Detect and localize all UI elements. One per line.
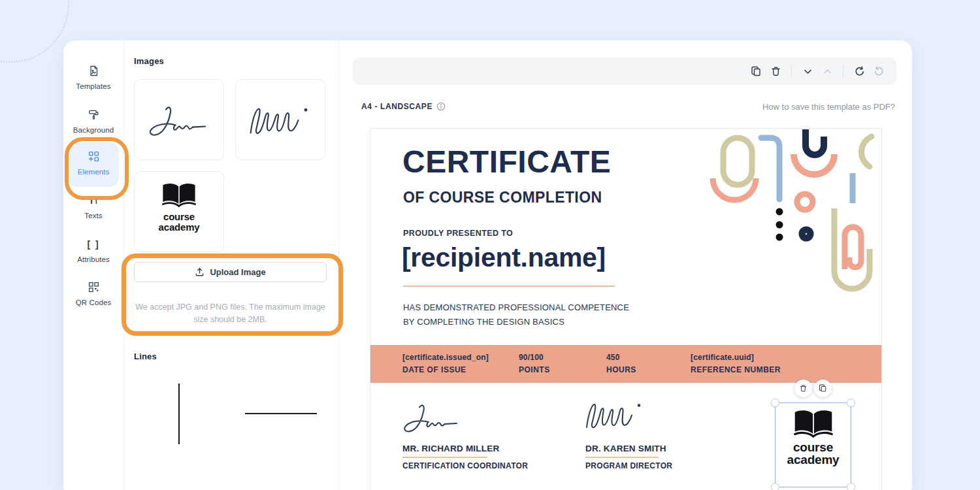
course-academy-book-icon — [161, 182, 197, 208]
sidebar-item-label: Texts — [84, 212, 102, 220]
sidebar-item-texts[interactable]: TT Texts — [63, 195, 123, 221]
selected-logo-element[interactable]: course academy — [775, 402, 851, 487]
canvas-area: A4 - LANDSCAPE How to save this template… — [338, 41, 912, 490]
image-asset-signature-2[interactable] — [235, 79, 325, 160]
description-line2: BY COMPLETING THE DESIGN BASICS — [403, 315, 629, 329]
signature-1-image — [144, 101, 214, 139]
certificate-subtitle[interactable]: OF COURSE COMPLETION — [403, 189, 602, 206]
course-academy-logo: course academy — [776, 403, 851, 487]
signatory-underline — [402, 457, 487, 458]
sidebar-item-attributes[interactable]: [ ] Attributes — [63, 238, 123, 265]
sidebar-item-templates[interactable]: Templates — [63, 65, 123, 91]
certificate-description[interactable]: HAS DEMONSTRATED PROFESSIONAL COMPETENCE… — [403, 301, 629, 329]
detail-value: [certificate.uuid] — [691, 353, 754, 362]
recipient-underline — [403, 286, 615, 287]
logo-text-line2: academy — [159, 222, 200, 233]
sidebar-item-background[interactable]: Background — [63, 109, 123, 135]
delete-button[interactable] — [766, 61, 785, 81]
description-line1: HAS DEMONSTRATED PROFESSIONAL COMPETENCE — [403, 301, 629, 315]
sidebar-item-label: Templates — [76, 82, 110, 90]
decorative-shapes — [706, 129, 882, 299]
info-icon[interactable] — [436, 102, 446, 111]
upload-hint-text: We accept JPG and PNG files. The maximum… — [135, 301, 325, 326]
sidebar-item-qr-codes[interactable]: QR Codes — [63, 282, 123, 308]
selected-element-delete-button[interactable] — [794, 380, 812, 397]
signatory-name[interactable]: DR. KAREN SMITH — [585, 444, 666, 453]
format-text: A4 - LANDSCAPE — [361, 102, 433, 111]
sidebar-item-label: Attributes — [77, 255, 110, 263]
signatory-name[interactable]: MR. RICHARD MILLER — [402, 444, 499, 453]
upload-icon — [195, 267, 204, 277]
resize-handle-bottom-left[interactable] — [771, 483, 779, 490]
images-panel: Images course academy Upload Image We ac… — [123, 41, 339, 490]
duplicate-button[interactable] — [746, 61, 766, 81]
sidebar-item-label: Background — [73, 126, 114, 134]
page-format-label: A4 - LANDSCAPE — [361, 102, 446, 111]
signature-2-image[interactable] — [582, 397, 647, 433]
qr-codes-icon — [63, 282, 123, 293]
move-up-button[interactable] — [817, 61, 837, 81]
toolbar-divider — [843, 65, 843, 78]
undo-button[interactable] — [849, 61, 869, 81]
signatory-underline — [585, 457, 659, 458]
app-window: Templates Background — [63, 41, 912, 490]
detail-value: 90/100 — [519, 353, 544, 362]
sidebar: Templates Background — [63, 41, 124, 490]
image-asset-logo[interactable]: course academy — [134, 171, 224, 252]
line-element-vertical[interactable] — [178, 384, 180, 444]
course-academy-book-icon — [792, 409, 834, 439]
elements-icon — [68, 151, 119, 163]
signature-1-image[interactable] — [399, 398, 465, 436]
resize-handle-bottom-right[interactable] — [847, 483, 855, 490]
pdf-help-link[interactable]: How to save this template as PDF? — [762, 102, 895, 112]
sidebar-item-label: QR Codes — [76, 299, 112, 306]
sidebar-item-elements[interactable]: Elements — [68, 142, 119, 187]
certificate-title[interactable]: CERTIFICATE — [402, 146, 611, 178]
templates-icon — [63, 65, 123, 77]
selected-element-duplicate-button[interactable] — [814, 380, 832, 397]
logo-text-line1: course — [793, 442, 833, 454]
upload-image-button[interactable]: Upload Image — [134, 262, 327, 282]
detail-label: POINTS — [519, 365, 550, 374]
signature-2-image — [246, 101, 315, 139]
background-icon — [63, 109, 123, 121]
logo-text-line2: academy — [787, 454, 840, 466]
detail-label: DATE OF ISSUE — [402, 365, 466, 374]
move-down-button[interactable] — [798, 61, 817, 81]
lines-section-title: Lines — [134, 351, 157, 361]
certificate-page[interactable]: CERTIFICATE OF COURSE COMPLETION PROUDLY… — [370, 128, 882, 490]
details-band[interactable]: [certificate.issued_on] DATE OF ISSUE 90… — [370, 345, 881, 383]
logo-text-line1: course — [163, 212, 195, 222]
detail-value: [certificate.issued_on] — [402, 353, 489, 362]
redo-button[interactable] — [869, 61, 889, 81]
page-background: Templates Background — [0, 0, 980, 490]
detail-label: HOURS — [606, 365, 636, 374]
sidebar-item-label: Elements — [78, 168, 110, 176]
image-asset-signature-1[interactable] — [134, 79, 224, 160]
line-element-horizontal[interactable] — [245, 413, 317, 414]
toolbar-divider — [791, 65, 792, 78]
signatory-role[interactable]: CERTIFICATION COORDINATOR — [402, 461, 528, 470]
images-section-title: Images — [134, 56, 164, 66]
detail-value: 450 — [606, 353, 620, 362]
canvas-toolbar — [353, 57, 896, 85]
resize-handle-top-left[interactable] — [771, 399, 779, 407]
texts-icon: TT — [63, 195, 123, 206]
background-arc-decoration — [0, 0, 69, 63]
detail-label: REFERENCE NUMBER — [691, 365, 781, 374]
recipient-name-placeholder[interactable]: [recipient.name] — [402, 244, 606, 271]
signatory-role[interactable]: PROGRAM DIRECTOR — [585, 461, 672, 470]
presented-to-label[interactable]: PROUDLY PRESENTED TO — [403, 229, 513, 238]
attributes-icon: [ ] — [63, 238, 123, 250]
upload-button-label: Upload Image — [210, 267, 265, 277]
resize-handle-top-right[interactable] — [847, 399, 855, 407]
